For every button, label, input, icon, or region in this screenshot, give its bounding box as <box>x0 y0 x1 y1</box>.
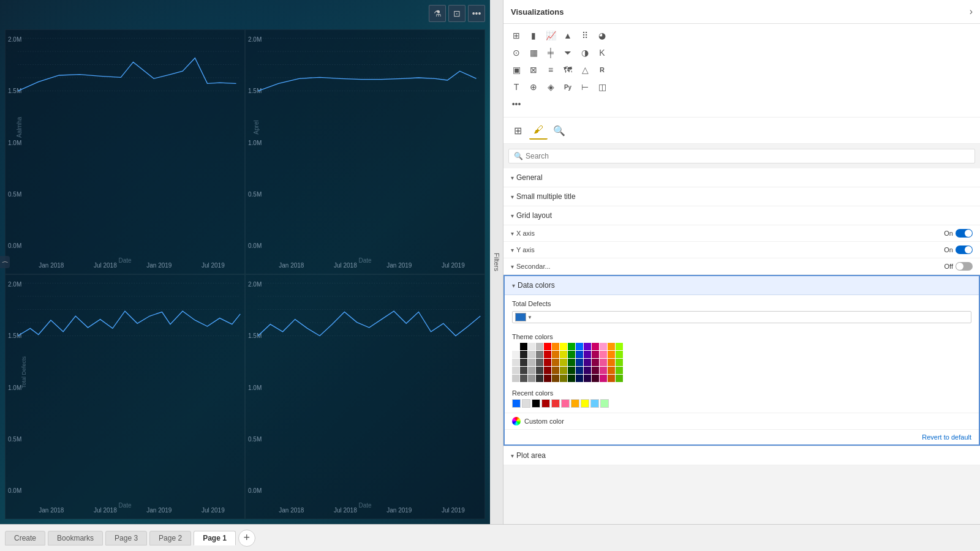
color-cell[interactable] <box>512 367 519 374</box>
color-cell[interactable] <box>560 359 567 366</box>
viz-icon-shape[interactable]: △ <box>577 62 593 78</box>
viz-icon-textbox[interactable]: T <box>508 79 524 95</box>
color-cell[interactable] <box>528 351 535 358</box>
color-cell[interactable] <box>608 343 615 350</box>
viz-icon-multirow[interactable]: ≡ <box>543 62 559 78</box>
color-cell[interactable] <box>544 359 551 366</box>
color-cell[interactable] <box>560 375 567 382</box>
color-cell[interactable] <box>616 359 623 366</box>
viz-icon-map[interactable]: 🗺 <box>560 62 576 78</box>
recent-color-cell[interactable] <box>512 399 521 408</box>
color-cell[interactable] <box>560 367 567 374</box>
color-cell[interactable] <box>520 343 527 350</box>
viz-icon-line[interactable]: 📈 <box>543 28 559 43</box>
viz-icon-r[interactable]: R <box>594 62 610 78</box>
viz-icon-pie[interactable]: ◕ <box>594 28 610 43</box>
filter-btn[interactable]: ⚗ <box>429 5 446 22</box>
color-cell[interactable] <box>608 375 615 382</box>
color-cell[interactable] <box>608 359 615 366</box>
color-cell[interactable] <box>536 351 543 358</box>
color-cell[interactable] <box>536 359 543 366</box>
recent-color-cell[interactable] <box>581 399 589 408</box>
color-cell[interactable] <box>568 367 575 374</box>
color-cell[interactable] <box>584 343 591 350</box>
search-input[interactable] <box>526 152 970 160</box>
yaxis-track[interactable] <box>956 246 973 254</box>
recent-color-cell[interactable] <box>590 399 599 408</box>
color-cell[interactable] <box>544 351 551 358</box>
color-cell[interactable] <box>552 375 559 382</box>
recent-color-cell[interactable] <box>561 399 570 408</box>
color-cell[interactable] <box>536 367 543 374</box>
viz-icon-area[interactable]: ▲ <box>560 28 576 43</box>
color-cell[interactable] <box>520 375 527 382</box>
fields-btn[interactable]: ⊞ <box>508 121 527 140</box>
color-cell[interactable] <box>528 367 535 374</box>
recent-color-cell[interactable] <box>522 399 530 408</box>
color-cell[interactable] <box>616 375 623 382</box>
color-cell[interactable] <box>584 367 591 374</box>
viz-icon-matrix[interactable]: ⊠ <box>526 62 541 78</box>
recent-color-cell[interactable] <box>551 399 560 408</box>
color-cell[interactable] <box>560 351 567 358</box>
viz-icon-funnel[interactable]: ⏷ <box>560 45 576 61</box>
viz-icon-smart[interactable]: ◫ <box>594 79 610 95</box>
color-cell[interactable] <box>616 351 623 358</box>
tab-create[interactable]: Create <box>5 531 45 545</box>
revert-btn[interactable]: Revert to default <box>505 430 979 444</box>
color-cell[interactable] <box>512 359 519 366</box>
yaxis-toggle[interactable]: On <box>944 246 973 254</box>
viz-icon-kpi[interactable]: K <box>594 45 610 61</box>
color-cell[interactable] <box>528 359 535 366</box>
color-cell[interactable] <box>544 375 551 382</box>
color-cell[interactable] <box>528 343 535 350</box>
color-cell[interactable] <box>576 351 583 358</box>
color-cell[interactable] <box>544 343 551 350</box>
tab-page1[interactable]: Page 1 <box>194 531 236 545</box>
focus-btn[interactable]: ⊡ <box>448 5 466 22</box>
tab-page2[interactable]: Page 2 <box>149 531 191 545</box>
color-swatch-btn[interactable]: ▼ <box>512 311 971 323</box>
viz-icon-custom2[interactable]: ◈ <box>543 79 559 95</box>
color-cell[interactable] <box>568 375 575 382</box>
general-header[interactable]: ▾ General <box>503 168 980 187</box>
viz-icon-decomp[interactable]: ⊢ <box>577 79 593 95</box>
plot-area-header[interactable]: ▾ Plot area <box>503 446 980 465</box>
color-cell[interactable] <box>592 375 599 382</box>
recent-color-cell[interactable] <box>571 399 579 408</box>
recent-color-cell[interactable] <box>532 399 540 408</box>
color-cell[interactable] <box>616 367 623 374</box>
secondary-track[interactable] <box>956 262 973 271</box>
color-cell[interactable] <box>592 351 599 358</box>
viz-icon-custom1[interactable]: ⊕ <box>526 79 541 95</box>
color-cell[interactable] <box>600 359 607 366</box>
xaxis-toggle[interactable]: On <box>944 229 973 238</box>
color-cell[interactable] <box>520 351 527 358</box>
viz-icon-table[interactable]: ⊞ <box>508 28 524 43</box>
color-cell[interactable] <box>600 351 607 358</box>
viz-icon-treemap[interactable]: ▦ <box>526 45 541 61</box>
viz-icon-more[interactable]: ••• <box>508 96 524 112</box>
color-cell[interactable] <box>568 359 575 366</box>
format-btn[interactable]: 🖌 <box>529 121 548 140</box>
color-cell[interactable] <box>512 351 519 358</box>
color-cell[interactable] <box>608 367 615 374</box>
color-cell[interactable] <box>552 343 559 350</box>
color-cell[interactable] <box>608 351 615 358</box>
color-cell[interactable] <box>520 367 527 374</box>
custom-color-btn[interactable]: Custom color <box>505 413 979 430</box>
color-cell[interactable] <box>600 375 607 382</box>
data-colors-header[interactable]: ▾ Data colors <box>505 276 979 295</box>
color-cell[interactable] <box>536 343 543 350</box>
color-cell[interactable] <box>576 367 583 374</box>
collapse-panel-btn[interactable]: ⟨ <box>0 256 10 268</box>
viz-icon-donut[interactable]: ⊙ <box>508 45 524 61</box>
color-cell[interactable] <box>584 375 591 382</box>
add-page-btn[interactable]: + <box>238 530 255 547</box>
filters-tab[interactable]: Filters <box>490 0 503 524</box>
color-cell[interactable] <box>592 359 599 366</box>
color-cell[interactable] <box>576 359 583 366</box>
color-cell[interactable] <box>552 351 559 358</box>
more-btn[interactable]: ••• <box>468 5 485 22</box>
color-cell[interactable] <box>616 343 623 350</box>
